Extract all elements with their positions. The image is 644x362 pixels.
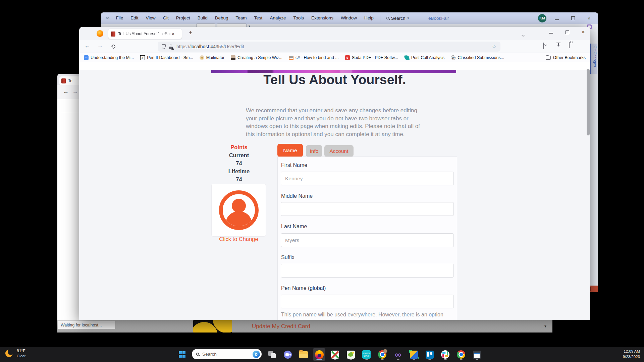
insecure-lock-icon[interactable] bbox=[169, 45, 173, 49]
status-tooltip: Waiting for localhost... bbox=[58, 321, 115, 329]
vs-menu-extensions[interactable]: Extensions bbox=[308, 12, 337, 24]
first-name-input[interactable] bbox=[281, 172, 454, 185]
page-content: Tell Us About Yourself. We recommend tha… bbox=[79, 62, 590, 320]
file-explorer-icon[interactable] bbox=[297, 348, 310, 361]
vs-menu-window[interactable]: Window bbox=[337, 12, 361, 24]
list-all-tabs-icon[interactable] bbox=[522, 32, 524, 38]
vs-user-avatar[interactable]: KM bbox=[538, 14, 546, 22]
vs-search-button[interactable]: Search ▾ bbox=[383, 16, 412, 21]
reload-icon[interactable] bbox=[111, 44, 116, 50]
weather-condition: Clear bbox=[17, 354, 25, 359]
chrome-icon[interactable] bbox=[455, 348, 467, 361]
points-heading: Points bbox=[213, 143, 265, 151]
vs-maximize-button[interactable] bbox=[567, 15, 579, 21]
windows-app-icon[interactable] bbox=[471, 348, 483, 361]
vs-git-changes-tab[interactable]: Git Changes bbox=[590, 44, 597, 74]
vs-minimize-button[interactable] bbox=[551, 15, 562, 21]
select-dropdown-icon[interactable]: ▼ bbox=[544, 324, 547, 328]
firefox-window: Tell Us About Yourself - eBookF × + × ← … bbox=[79, 27, 590, 320]
back-icon[interactable]: ← bbox=[85, 43, 90, 49]
points-current-value: 74 bbox=[213, 159, 265, 167]
dots-icon: ••• bbox=[84, 55, 89, 60]
bookmark-post-call-analysis[interactable]: Post Call Analysis bbox=[405, 55, 444, 60]
forward-icon[interactable]: → bbox=[72, 88, 78, 95]
avatar-placeholder-icon[interactable] bbox=[219, 190, 259, 230]
firefox-maximize-button[interactable] bbox=[562, 29, 572, 35]
x-cross-app-icon[interactable] bbox=[329, 348, 341, 361]
taskbar-clock[interactable]: 12:09 AM 9/23/2023 bbox=[623, 349, 640, 359]
vs-menu-test[interactable]: Test bbox=[251, 12, 266, 24]
chrome-profile-icon[interactable] bbox=[376, 348, 388, 361]
vs-menu-build[interactable]: Build bbox=[194, 12, 211, 24]
firefox-close-button[interactable]: × bbox=[578, 29, 588, 36]
bookmark-classified-submissions[interactable]: WClassified Submissions... bbox=[451, 55, 504, 60]
folder-icon bbox=[546, 56, 551, 60]
intro-paragraph: We recommend that you enter and save any… bbox=[246, 107, 430, 138]
update-credit-card-link[interactable]: Update My Credit Card bbox=[252, 320, 310, 333]
task-view-button[interactable] bbox=[266, 348, 278, 361]
dev-tool-icon[interactable] bbox=[408, 348, 420, 361]
credit-card-select-bar[interactable]: Update My Credit Card ▼ bbox=[57, 320, 552, 333]
page-title: Tell Us About Yourself. bbox=[79, 72, 590, 87]
visual-studio-taskbar-icon[interactable]: ∞ bbox=[392, 348, 404, 361]
vs-menu-git[interactable]: Git bbox=[159, 12, 172, 24]
vs-menu-analyze[interactable]: Analyze bbox=[266, 12, 289, 24]
click-to-change-link[interactable]: Click to Change bbox=[197, 236, 280, 242]
tab-account[interactable]: Account bbox=[324, 145, 354, 157]
extensions-puzzle-icon[interactable] bbox=[569, 42, 570, 48]
bookmark-soda-pdf[interactable]: SSoda PDF - PDF Softw... bbox=[345, 55, 398, 60]
new-tab-button[interactable]: + bbox=[189, 29, 193, 37]
trello-icon[interactable] bbox=[423, 348, 436, 361]
weather-temp: 81°F bbox=[17, 349, 25, 354]
vs-menu-edit[interactable]: Edit bbox=[127, 12, 142, 24]
search-placeholder: Search bbox=[202, 352, 217, 357]
amazon-music-icon[interactable]: amazonmusic bbox=[360, 348, 373, 361]
page-top-band bbox=[79, 62, 590, 70]
firefox-taskbar-icon[interactable] bbox=[313, 348, 325, 361]
vs-menu-view[interactable]: View bbox=[142, 12, 159, 24]
desktop: ∞ File Edit View Git Project Build Debug… bbox=[0, 0, 644, 362]
vs-menu-project[interactable]: Project bbox=[172, 12, 194, 24]
bookmark-creating-wizard[interactable]: Creating a Simple Wiz... bbox=[231, 55, 282, 60]
tracking-shield-icon[interactable] bbox=[162, 44, 166, 49]
pen-name-input[interactable] bbox=[281, 295, 454, 308]
back-icon[interactable]: ← bbox=[63, 88, 69, 95]
weather-widget[interactable]: 81°F Clear bbox=[17, 349, 25, 359]
vs-menu-team[interactable]: Team bbox=[232, 12, 251, 24]
other-bookmarks-button[interactable]: Other Bookmarks bbox=[546, 55, 586, 60]
forward-icon[interactable]: → bbox=[97, 43, 103, 49]
tab-name[interactable]: Name bbox=[277, 144, 303, 157]
bookmark-understanding[interactable]: •••Understanding the Mi... bbox=[84, 55, 134, 60]
firefox-minimize-button[interactable] bbox=[546, 29, 556, 35]
bookmark-pen-it-dashboard[interactable]: ✓Pen It Dashboard - Sm... bbox=[140, 55, 193, 60]
vs-menu-debug[interactable]: Debug bbox=[211, 12, 232, 24]
teams-chat-icon[interactable] bbox=[281, 348, 294, 361]
vs-menu-help[interactable]: Help bbox=[361, 12, 377, 24]
taskbar-search[interactable]: Search b bbox=[192, 349, 262, 359]
weather-moon-icon[interactable] bbox=[5, 350, 13, 358]
bookmark-star-icon[interactable]: ☆ bbox=[492, 44, 496, 50]
tab-info[interactable]: Info bbox=[306, 145, 322, 157]
page-scrollbar[interactable] bbox=[587, 69, 590, 135]
suffix-input[interactable] bbox=[281, 264, 454, 278]
tab-close-icon[interactable]: × bbox=[172, 31, 174, 37]
clock-time: 12:09 AM bbox=[623, 349, 640, 354]
vs-close-button[interactable]: × bbox=[583, 15, 595, 21]
points-current-label: Current bbox=[213, 151, 265, 159]
vs-menu-file[interactable]: File bbox=[112, 12, 127, 24]
bookmark-mailinator[interactable]: MMailinator bbox=[200, 55, 224, 60]
vs-menu-tools[interactable]: Tools bbox=[289, 12, 308, 24]
clock-date: 9/23/2023 bbox=[623, 354, 640, 359]
bing-icon[interactable]: b bbox=[253, 351, 260, 358]
middle-name-input[interactable] bbox=[281, 202, 454, 216]
notepad-plus-plus-icon[interactable] bbox=[344, 348, 357, 361]
active-tab[interactable]: Tell Us About Yourself - eBookF × bbox=[108, 29, 182, 39]
slack-icon[interactable] bbox=[439, 348, 451, 361]
profile-picture-card[interactable] bbox=[211, 184, 266, 237]
bookmark-stackoverflow[interactable]: c# - How to bind and ... bbox=[289, 55, 339, 60]
firefox-view-icon[interactable] bbox=[97, 30, 103, 37]
pocket-icon[interactable] bbox=[543, 43, 544, 49]
start-button[interactable] bbox=[179, 351, 185, 358]
last-name-input[interactable] bbox=[281, 233, 454, 247]
url-bar[interactable]: https://localhost:44355/User/Edit ☆ bbox=[158, 42, 500, 52]
